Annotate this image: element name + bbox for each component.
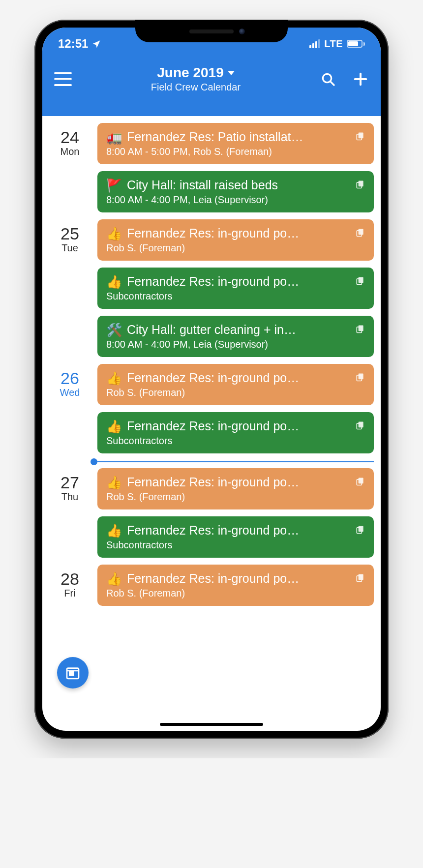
event-subtitle: Rob S. (Foreman) (106, 588, 365, 599)
event-card[interactable]: 🚛Fernandez Res: Patio installat…8:00 AM … (97, 123, 374, 164)
event-subtitle: Rob S. (Foreman) (106, 387, 365, 398)
event-emoji: 👍 (106, 372, 122, 385)
event-emoji: 🚩 (106, 179, 122, 192)
day-name: Fri (42, 588, 97, 599)
svg-rect-18 (359, 478, 363, 483)
event-emoji: 👍 (106, 524, 122, 537)
copy-icon[interactable] (351, 420, 365, 432)
copy-icon[interactable] (351, 131, 365, 143)
event-title: Fernandez Res: in-ground po… (127, 571, 346, 586)
svg-rect-6 (359, 180, 363, 186)
svg-rect-25 (69, 671, 73, 675)
event-card[interactable]: 👍Fernandez Res: in-ground po…Rob S. (For… (97, 565, 374, 606)
event-card[interactable]: 👍Fernandez Res: in-ground po…Rob S. (For… (97, 468, 374, 509)
event-title: Fernandez Res: in-ground po… (127, 274, 346, 289)
app-header: 12:51 LTE June 2019 (42, 28, 381, 116)
event-emoji: 👍 (106, 275, 122, 288)
event-emoji: 👍 (106, 227, 122, 240)
title-block[interactable]: June 2019 Field Crew Calendar (72, 65, 320, 93)
header-subtitle: Field Crew Calendar (72, 82, 320, 93)
status-bar: 12:51 LTE (42, 34, 381, 53)
svg-line-1 (331, 81, 334, 85)
day-number: 26 (42, 369, 97, 388)
app-bar: June 2019 Field Crew Calendar (42, 53, 381, 93)
agenda-list[interactable]: 24Mon🚛Fernandez Res: Patio installat…8:0… (42, 116, 381, 613)
event-title: Fernandez Res: Patio installat… (127, 130, 346, 144)
day-block: 24Mon🚛Fernandez Res: Patio installat…8:0… (42, 123, 381, 219)
events-column: 👍Fernandez Res: in-ground po…Rob S. (For… (97, 219, 374, 364)
copy-icon[interactable] (351, 372, 365, 384)
phone-frame: 12:51 LTE June 2019 (34, 20, 389, 739)
copy-icon[interactable] (351, 324, 365, 336)
status-time: 12:51 (58, 37, 88, 51)
chevron-down-icon (228, 71, 235, 75)
copy-icon[interactable] (351, 180, 365, 191)
event-subtitle: Rob S. (Foreman) (106, 242, 365, 254)
svg-rect-20 (359, 526, 363, 532)
events-column: 👍Fernandez Res: in-ground po…Rob S. (For… (97, 468, 374, 565)
event-emoji: 👍 (106, 420, 122, 433)
search-icon[interactable] (320, 71, 336, 88)
day-block: 25Tue👍Fernandez Res: in-ground po…Rob S.… (42, 219, 381, 364)
day-block: 27Thu👍Fernandez Res: in-ground po…Rob S.… (42, 468, 381, 565)
events-column: 👍Fernandez Res: in-ground po…Rob S. (For… (97, 565, 374, 613)
copy-icon[interactable] (351, 276, 365, 288)
event-card[interactable]: 👍Fernandez Res: in-ground po…Subcontract… (97, 412, 374, 453)
menu-icon[interactable] (54, 72, 72, 86)
day-side[interactable]: 28Fri (42, 565, 97, 613)
network-label: LTE (324, 38, 343, 50)
event-card[interactable]: 👍Fernandez Res: in-ground po…Subcontract… (97, 516, 374, 558)
day-name: Thu (42, 491, 97, 503)
event-subtitle: 8:00 AM - 4:00 PM, Leia (Supervisor) (106, 339, 365, 350)
day-number: 28 (42, 569, 97, 589)
current-time-indicator (42, 458, 381, 465)
copy-icon[interactable] (351, 525, 365, 537)
svg-rect-12 (359, 325, 363, 331)
status-left: 12:51 (58, 37, 101, 51)
event-emoji: 🚛 (106, 131, 122, 144)
event-card[interactable]: 🚩City Hall: install raised beds8:00 AM -… (97, 171, 374, 212)
header-title: June 2019 (157, 65, 223, 81)
day-side[interactable]: 27Thu (42, 468, 97, 565)
svg-rect-14 (359, 373, 363, 379)
event-card[interactable]: 👍Fernandez Res: in-ground po…Subcontract… (97, 268, 374, 309)
copy-icon[interactable] (351, 228, 365, 239)
copy-icon[interactable] (351, 573, 365, 585)
event-emoji: 👍 (106, 572, 122, 585)
day-side[interactable]: 26Wed (42, 364, 97, 460)
event-emoji: 👍 (106, 476, 122, 489)
event-card[interactable]: 👍Fernandez Res: in-ground po…Rob S. (For… (97, 219, 374, 261)
day-block: 26Wed👍Fernandez Res: in-ground po…Rob S.… (42, 364, 381, 460)
location-icon (92, 39, 101, 48)
svg-rect-16 (359, 421, 363, 427)
event-card[interactable]: 🛠️City Hall: gutter cleaning + in…8:00 A… (97, 316, 374, 357)
copy-icon[interactable] (351, 477, 365, 488)
svg-rect-8 (359, 229, 363, 235)
day-number: 24 (42, 128, 97, 147)
add-icon[interactable] (352, 71, 369, 88)
event-title: Fernandez Res: in-ground po… (127, 475, 346, 489)
event-title: City Hall: gutter cleaning + in… (127, 323, 346, 337)
event-title: Fernandez Res: in-ground po… (127, 226, 346, 240)
notch-speaker (189, 30, 234, 33)
today-fab[interactable] (57, 657, 89, 688)
svg-rect-22 (359, 574, 363, 580)
event-subtitle: 8:00 AM - 4:00 PM, Leia (Supervisor) (106, 194, 365, 206)
screen: 12:51 LTE June 2019 (42, 28, 381, 731)
day-number: 25 (42, 224, 97, 243)
day-number: 27 (42, 473, 97, 492)
event-title: Fernandez Res: in-ground po… (127, 523, 346, 538)
day-side[interactable]: 25Tue (42, 219, 97, 364)
event-subtitle: Subcontractors (106, 435, 365, 447)
event-subtitle: 8:00 AM - 5:00 PM, Rob S. (Foreman) (106, 146, 365, 157)
event-subtitle: Subcontractors (106, 291, 365, 302)
notch-camera (239, 29, 245, 34)
svg-rect-4 (359, 132, 363, 138)
day-side[interactable]: 24Mon (42, 123, 97, 219)
signal-icon (309, 39, 320, 48)
event-card[interactable]: 👍Fernandez Res: in-ground po…Rob S. (For… (97, 364, 374, 405)
home-indicator[interactable] (160, 723, 263, 726)
day-name: Tue (42, 242, 97, 254)
day-name: Mon (42, 146, 97, 157)
events-column: 🚛Fernandez Res: Patio installat…8:00 AM … (97, 123, 374, 219)
